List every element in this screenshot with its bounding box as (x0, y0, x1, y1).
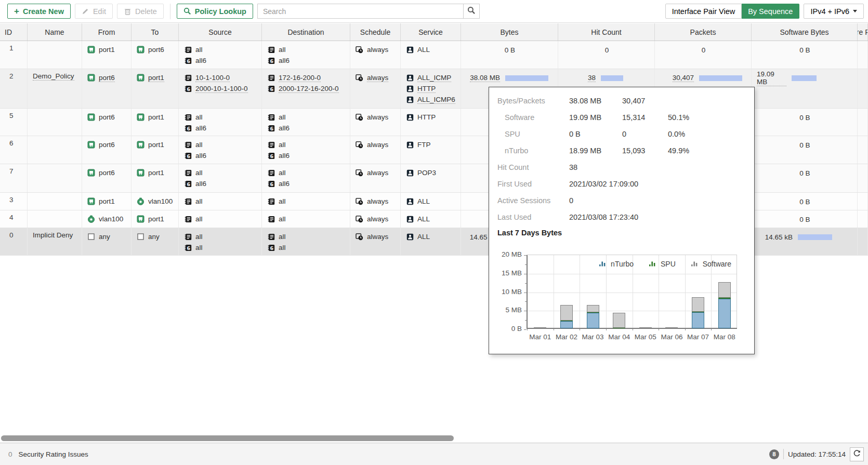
object-label[interactable]: all (279, 244, 286, 251)
object-label[interactable]: always (367, 215, 388, 223)
object-label[interactable]: ALL_ICMP (417, 74, 451, 82)
object-label[interactable]: always (367, 233, 388, 241)
object-label[interactable]: vlan100 (99, 215, 123, 223)
horizontal-scrollbar-track[interactable] (0, 434, 868, 443)
object-label[interactable]: all (195, 141, 203, 149)
object-label[interactable]: ALL (417, 197, 430, 205)
object-label[interactable]: all (279, 233, 286, 241)
object-label[interactable]: ALL (417, 233, 430, 241)
ip-version-dropdown[interactable]: IPv4 + IPv6 (804, 4, 864, 19)
policy-name[interactable]: Implicit Deny (33, 231, 73, 239)
cell-software-packets (858, 136, 868, 164)
object-label[interactable]: ALL (417, 215, 430, 223)
object-label[interactable]: port6 (99, 113, 115, 121)
security-rating-label[interactable]: Security Rating Issues (19, 450, 88, 458)
object-label[interactable]: ALL_ICMP6 (417, 96, 455, 104)
object-label[interactable]: all (279, 46, 286, 54)
object-label[interactable]: all6 (195, 124, 206, 132)
object-label[interactable]: all6 (195, 152, 206, 160)
create-new-button[interactable]: +Create New (7, 4, 71, 19)
refresh-button[interactable] (850, 447, 864, 461)
column-header-id[interactable]: ID (0, 23, 28, 41)
object-label[interactable]: all6 (279, 180, 290, 188)
object-label[interactable]: all6 (279, 124, 290, 132)
object-label[interactable]: port1 (148, 113, 164, 121)
horizontal-scrollbar-thumb[interactable] (1, 435, 454, 441)
policy-lookup-button[interactable]: Policy Lookup (177, 4, 253, 19)
object-label[interactable]: always (367, 113, 388, 121)
object-label[interactable]: port1 (99, 197, 115, 205)
column-header-bytes[interactable]: Bytes (461, 23, 558, 41)
object-label[interactable]: 2000-172-16-200-0 (279, 85, 339, 93)
object-label[interactable]: 2000-10-1-100-0 (195, 85, 248, 93)
object-label[interactable]: 10-1-100-0 (195, 74, 230, 82)
object-label[interactable]: FTP (417, 141, 431, 149)
column-header-source[interactable]: Source (179, 23, 262, 41)
object-label[interactable]: all (195, 215, 203, 223)
by-sequence-button[interactable]: By Sequence (742, 4, 799, 19)
column-header-hit-count[interactable]: Hit Count (558, 23, 655, 41)
object-label[interactable]: port6 (99, 169, 115, 177)
column-header-schedule[interactable]: Schedule (350, 23, 401, 41)
search-submit-button[interactable] (464, 4, 480, 19)
column-header-software-packets[interactable]: Software Packets (858, 23, 868, 41)
interface-pair-view-button[interactable]: Interface Pair View (665, 4, 742, 19)
stat-value-percent: 49.9% (668, 147, 749, 155)
object-label[interactable]: HTTP (417, 113, 436, 121)
delete-button[interactable]: Delete (117, 4, 164, 19)
object-label[interactable]: all6 (195, 180, 206, 188)
object-label[interactable]: ALL (417, 46, 430, 54)
object-label[interactable]: all (279, 197, 286, 205)
object-label[interactable]: port6 (99, 141, 115, 149)
object-label[interactable]: all (279, 113, 286, 121)
object-label[interactable]: all6 (279, 57, 290, 64)
object-label[interactable]: all (195, 46, 203, 54)
object-label[interactable]: port1 (148, 74, 164, 82)
object-label[interactable]: POP3 (417, 169, 436, 177)
object-label[interactable]: HTTP (417, 85, 436, 93)
column-header-from[interactable]: From (82, 23, 131, 41)
object-label[interactable]: all (195, 244, 203, 251)
object-label[interactable]: 172-16-200-0 (279, 74, 321, 82)
object-label[interactable]: all (279, 141, 286, 149)
object-label[interactable]: all (279, 215, 286, 223)
column-header-to[interactable]: To (131, 23, 179, 41)
policy-name[interactable]: Demo_Policy (33, 72, 74, 81)
object-label[interactable]: port1 (148, 169, 164, 177)
object-label[interactable]: all (195, 197, 203, 205)
edit-button[interactable]: Edit (75, 4, 113, 19)
port-icon (87, 169, 95, 177)
object-label[interactable]: all (195, 233, 203, 241)
object-label[interactable]: all6 (279, 152, 290, 160)
column-header-service[interactable]: Service (401, 23, 461, 41)
object-label[interactable]: always (367, 197, 388, 205)
metric-value: 38 (588, 74, 596, 82)
object-label[interactable]: always (367, 141, 388, 149)
column-header-packets[interactable]: Packets (655, 23, 752, 41)
object-label[interactable]: any (148, 233, 160, 241)
object-entry: 6all6 (267, 150, 346, 161)
policy-row[interactable]: 1port1port6all6all6all6all6alwaysALL0 B0… (0, 41, 868, 69)
object-label[interactable]: port1 (148, 141, 164, 149)
object-label[interactable]: always (367, 74, 388, 82)
metric-value: 14.65 kB (765, 233, 793, 241)
object-label[interactable]: all (279, 169, 286, 177)
column-header-name[interactable]: Name (28, 23, 82, 41)
object-label[interactable]: vlan100 (148, 197, 173, 205)
cell-software-packets (858, 69, 868, 108)
cell-source: all6all6 (179, 164, 262, 192)
object-label[interactable]: port6 (148, 46, 164, 54)
object-label[interactable]: all (195, 113, 203, 121)
column-header-destination[interactable]: Destination (262, 23, 350, 41)
object-label[interactable]: port6 (99, 74, 115, 82)
search-input[interactable] (257, 4, 464, 19)
object-label[interactable]: all6 (195, 57, 206, 64)
addr6-icon: 6 (184, 180, 192, 188)
object-label[interactable]: always (367, 169, 388, 177)
object-label[interactable]: any (99, 233, 110, 241)
object-label[interactable]: port1 (148, 215, 164, 223)
object-label[interactable]: all (195, 169, 203, 177)
object-label[interactable]: always (367, 46, 388, 54)
object-label[interactable]: port1 (99, 46, 115, 54)
column-header-software-bytes[interactable]: Software Bytes (752, 23, 858, 41)
